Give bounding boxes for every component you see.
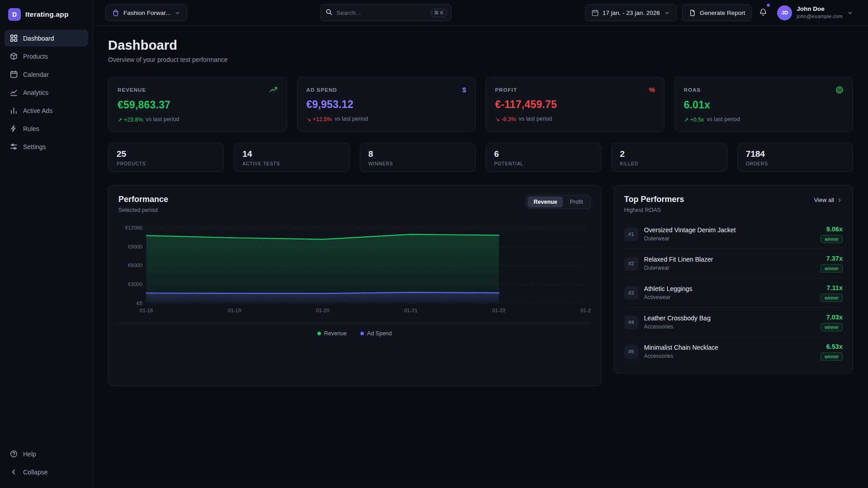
search-bar[interactable]: ⌘ K: [321, 4, 452, 21]
rank-badge: #1: [624, 227, 638, 241]
kpi-delta-note: vs last period: [707, 116, 740, 123]
stat-value: 2: [620, 149, 718, 159]
performance-title: Performance: [118, 195, 168, 204]
status-badge: winner: [821, 235, 843, 243]
stat-value: 8: [368, 149, 467, 159]
chevron-down-icon: [664, 10, 670, 16]
chart-legend: Revenue Ad Spend: [118, 330, 591, 337]
sidebar-item-label: Analytics: [23, 89, 48, 96]
svg-text:01-23: 01-23: [580, 308, 591, 313]
stat-label: KILLED: [620, 161, 718, 166]
brand-selector[interactable]: Fashion Forwar...: [105, 4, 187, 21]
revenue-legend-dot: [317, 332, 321, 335]
top-performer-row-4[interactable]: #4 Leather Crossbody Bag Accessories 7.0…: [624, 307, 843, 337]
legend-divider: [118, 323, 591, 324]
sidebar-item-analytics[interactable]: Analytics: [5, 84, 88, 101]
top-performer-row-5[interactable]: #5 Minimalist Chain Necklace Accessories…: [624, 337, 843, 366]
notifications-button[interactable]: [757, 5, 769, 20]
kpi-value: €59,863.37: [118, 99, 278, 111]
legend-item-revenue: Revenue: [317, 330, 347, 337]
kpi-delta: ↗ +23.8%: [118, 116, 143, 123]
chevron-down-icon: [847, 10, 853, 16]
top-performers-title: Top Performers: [624, 195, 684, 204]
chevron-left-icon: [10, 468, 18, 476]
collapse-sidebar-button[interactable]: Collapse: [5, 464, 88, 480]
chevron-right-icon: [836, 197, 843, 203]
kpi-delta: ↗ +0.5x: [684, 116, 704, 123]
rank-badge: #2: [624, 257, 638, 271]
user-menu[interactable]: JD John Doe john@example.com: [777, 5, 853, 20]
stat-label: WINNERS: [368, 161, 467, 166]
sidebar-item-dashboard[interactable]: Dashboard: [5, 30, 88, 47]
generate-report-button[interactable]: Generate Report: [682, 4, 752, 21]
stat-label: ORDERS: [746, 161, 844, 166]
kpi-row: REVENUE €59,863.37 ↗ +23.8% vs last peri…: [108, 77, 853, 132]
legend-label: Ad Spend: [367, 330, 392, 337]
user-email: john@example.com: [797, 13, 843, 19]
store-icon: [112, 9, 119, 16]
svg-text:€6000: €6000: [128, 263, 142, 268]
product-category: Activewear: [644, 294, 815, 300]
sidebar-item-calendar[interactable]: Calendar: [5, 66, 88, 83]
help-icon: [10, 450, 18, 458]
target-icon: [835, 86, 844, 94]
dashboard-content: Dashboard Overview of your product test …: [93, 26, 868, 395]
product-category: Outerwear: [644, 265, 815, 271]
status-badge: winner: [821, 294, 843, 302]
status-badge: winner: [821, 352, 843, 361]
product-name: Relaxed Fit Linen Blazer: [644, 256, 815, 263]
status-badge: winner: [821, 264, 843, 272]
bell-icon: [759, 8, 767, 18]
svg-text:01-18: 01-18: [140, 308, 153, 313]
rank-badge: #3: [624, 286, 638, 300]
collapse-label: Collapse: [23, 469, 47, 476]
product-roas: 7.37x: [821, 255, 843, 262]
rules-icon: [10, 125, 18, 132]
sidebar-item-active-ads[interactable]: Active Ads: [5, 102, 88, 119]
page-subtitle: Overview of your product test performanc…: [108, 56, 853, 63]
view-all-button[interactable]: View all: [814, 195, 843, 205]
top-performer-row-3[interactable]: #3 Athletic Leggings Activewear 7.11x wi…: [624, 278, 843, 307]
sidebar-item-rules[interactable]: Rules: [5, 120, 88, 137]
product-name: Leather Crossbody Bag: [644, 314, 815, 322]
sidebar: D Iterating.app Dashboard Products Calen…: [0, 0, 93, 488]
ad-spend-legend-dot: [360, 332, 364, 335]
stat-label: ACTIVE TESTS: [242, 161, 341, 166]
sidebar-item-products[interactable]: Products: [5, 48, 88, 65]
product-roas: 9.06x: [821, 225, 843, 233]
kpi-label: REVENUE: [118, 87, 146, 93]
stat-card-active-tests: 14 ACTIVE TESTS: [234, 143, 349, 172]
sidebar-item-settings[interactable]: Settings: [5, 138, 88, 155]
sidebar-item-label: Dashboard: [23, 35, 54, 42]
kpi-delta-row: ↗ +23.8% vs last period: [118, 116, 278, 123]
product-name: Oversized Vintage Denim Jacket: [644, 226, 815, 234]
kpi-delta-note: vs last period: [146, 116, 179, 123]
top-performer-row-1[interactable]: #1 Oversized Vintage Denim Jacket Outerw…: [624, 220, 843, 249]
chart-metric-toggle: Revenue Profit: [526, 195, 590, 209]
help-button[interactable]: Help: [5, 446, 88, 462]
toggle-revenue-button[interactable]: Revenue: [528, 197, 563, 207]
kpi-delta-note: vs last period: [519, 116, 552, 122]
stat-value: 7184: [746, 149, 844, 159]
app-logo: D Iterating.app: [5, 5, 88, 30]
kpi-value: 6.01x: [684, 99, 844, 111]
legend-item-ad-spend: Ad Spend: [360, 330, 392, 337]
top-performer-row-2[interactable]: #2 Relaxed Fit Linen Blazer Outerwear 7.…: [624, 249, 843, 278]
app-logo-icon: D: [8, 8, 21, 21]
product-roas: 7.11x: [821, 284, 843, 291]
dollar-icon: $: [462, 86, 466, 94]
help-label: Help: [23, 450, 36, 458]
sidebar-item-label: Active Ads: [23, 107, 52, 114]
svg-text:€12000: €12000: [125, 225, 142, 230]
top-performers-list: #1 Oversized Vintage Denim Jacket Outerw…: [624, 220, 843, 366]
search-input[interactable]: [336, 9, 427, 16]
svg-text:€3000: €3000: [128, 282, 142, 287]
stats-row: 25 PRODUCTS 14 ACTIVE TESTS 8 WINNERS 6 …: [108, 143, 853, 172]
dashboard-icon: [10, 34, 18, 42]
sidebar-item-label: Settings: [23, 143, 46, 150]
date-range-picker[interactable]: 17 jan. - 23 jan. 2026: [585, 4, 677, 21]
date-range-label: 17 jan. - 23 jan. 2026: [603, 9, 660, 16]
toggle-profit-button[interactable]: Profit: [564, 197, 589, 207]
kpi-value: €9,953.12: [307, 99, 467, 111]
top-performers-subtitle: Highest ROAS: [624, 207, 684, 213]
